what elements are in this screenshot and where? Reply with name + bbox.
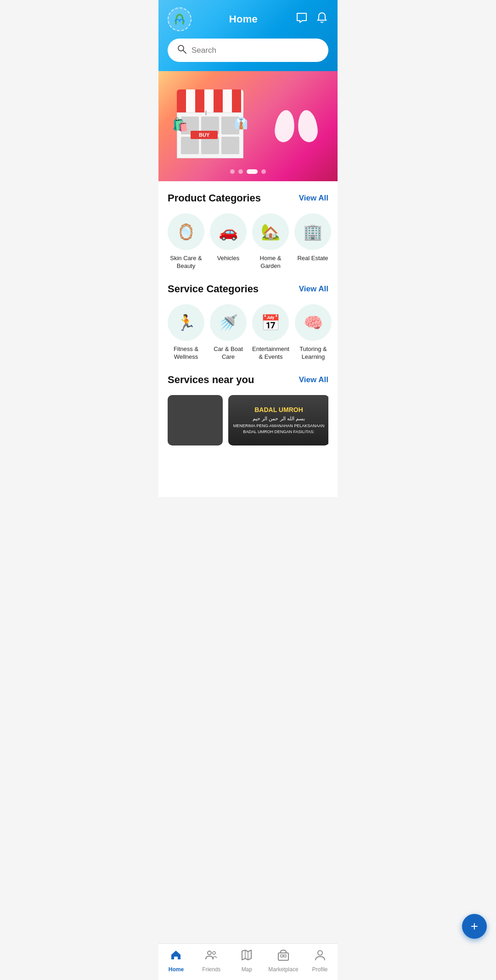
service-categories-view-all[interactable]: View All: [299, 284, 328, 294]
product-category-grid: 🪞 Skin Care & Beauty 🚗 Vehicles 🏡 Home &…: [168, 213, 328, 270]
service-categories-section: Service Categories View All 🏃 Fitness & …: [168, 283, 328, 361]
search-bar[interactable]: [168, 39, 328, 62]
dot-4[interactable]: [261, 169, 266, 174]
logo-shape: [275, 110, 317, 142]
home-garden-icon-circle: 🏡: [252, 213, 289, 250]
car-boat-icon-circle: 🚿: [210, 304, 247, 341]
dot-1[interactable]: [230, 169, 235, 174]
real-estate-label: Real Estate: [297, 255, 328, 262]
service-categories-header: Service Categories View All: [168, 283, 328, 295]
promo-banner: BUY 🛍️ 👔: [158, 71, 338, 181]
service-category-grid: 🏃 Fitness & Wellness 🚿 Car & Boat Care 📅…: [168, 304, 328, 361]
banner-illustration: BUY 🛍️ 👔: [168, 80, 254, 172]
tutoring-icon-circle: 🧠: [295, 304, 332, 341]
svg-line-1: [183, 50, 186, 54]
search-input[interactable]: [192, 46, 319, 55]
category-tutoring[interactable]: 🧠 Tutoring & Learning: [295, 304, 332, 361]
banner-content: BUY 🛍️ 👔: [158, 80, 338, 172]
category-vehicles[interactable]: 🚗 Vehicles: [210, 213, 247, 270]
category-fitness[interactable]: 🏃 Fitness & Wellness: [168, 304, 204, 361]
main-content: Product Categories View All 🪞 Skin Care …: [158, 181, 338, 497]
fitness-label: Fitness & Wellness: [168, 345, 204, 361]
category-real-estate[interactable]: 🏢 Real Estate: [294, 213, 331, 270]
product-categories-view-all[interactable]: View All: [299, 194, 328, 203]
category-entertainment[interactable]: 📅 Entertainment & Events: [252, 304, 289, 361]
featured-card-desc: MENERIMA PENG-AMANAHAN PELAKSANAANBADAL …: [233, 423, 325, 434]
header-top: Home: [168, 7, 328, 31]
featured-card-arabic: بسم الله الر حمن الر حيم: [253, 416, 304, 422]
category-home-garden[interactable]: 🏡 Home & Garden: [252, 213, 289, 270]
app-logo: [168, 7, 192, 31]
featured-card-title: BADAL UMROH: [254, 406, 303, 414]
product-categories-section: Product Categories View All 🪞 Skin Care …: [168, 192, 328, 270]
tutoring-label: Tutoring & Learning: [295, 345, 332, 361]
vehicles-label: Vehicles: [217, 255, 239, 262]
nearby-header: Services near you View All: [168, 374, 328, 386]
header-actions: [295, 11, 328, 28]
service-categories-title: Service Categories: [168, 283, 259, 295]
nearby-title: Services near you: [168, 374, 254, 386]
nearby-card-badal-umroh[interactable]: BADAL UMROH بسم الله الر حمن الر حيم MEN…: [228, 395, 328, 445]
nearby-services-section: Services near you View All BADAL UMROH ب…: [168, 374, 328, 451]
category-car-boat[interactable]: 🚿 Car & Boat Care: [210, 304, 247, 361]
home-garden-label: Home & Garden: [252, 255, 289, 270]
fitness-icon-circle: 🏃: [168, 304, 204, 341]
page-title: Home: [229, 13, 258, 25]
nearby-card-1[interactable]: [168, 395, 223, 445]
entertainment-icon-circle: 📅: [252, 304, 289, 341]
entertainment-label: Entertainment & Events: [252, 345, 289, 361]
product-categories-header: Product Categories View All: [168, 192, 328, 204]
dot-3[interactable]: [247, 169, 258, 174]
dot-2[interactable]: [238, 169, 243, 174]
banner-logo: [264, 110, 328, 142]
skincare-label: Skin Care & Beauty: [168, 255, 204, 270]
vehicles-icon-circle: 🚗: [210, 213, 247, 250]
product-categories-title: Product Categories: [168, 192, 261, 204]
chat-icon[interactable]: [295, 11, 308, 28]
nearby-cards-list: BADAL UMROH بسم الله الر حمن الر حيم MEN…: [168, 395, 328, 451]
search-icon: [177, 44, 187, 56]
real-estate-icon-circle: 🏢: [294, 213, 331, 250]
notification-icon[interactable]: [316, 11, 328, 28]
skincare-icon-circle: 🪞: [168, 213, 204, 250]
category-skincare[interactable]: 🪞 Skin Care & Beauty: [168, 213, 204, 270]
car-boat-label: Car & Boat Care: [210, 345, 247, 361]
banner-dots: [230, 169, 266, 174]
header: Home: [158, 0, 338, 71]
nearby-view-all[interactable]: View All: [299, 375, 328, 384]
buy-tag: BUY: [191, 131, 218, 139]
